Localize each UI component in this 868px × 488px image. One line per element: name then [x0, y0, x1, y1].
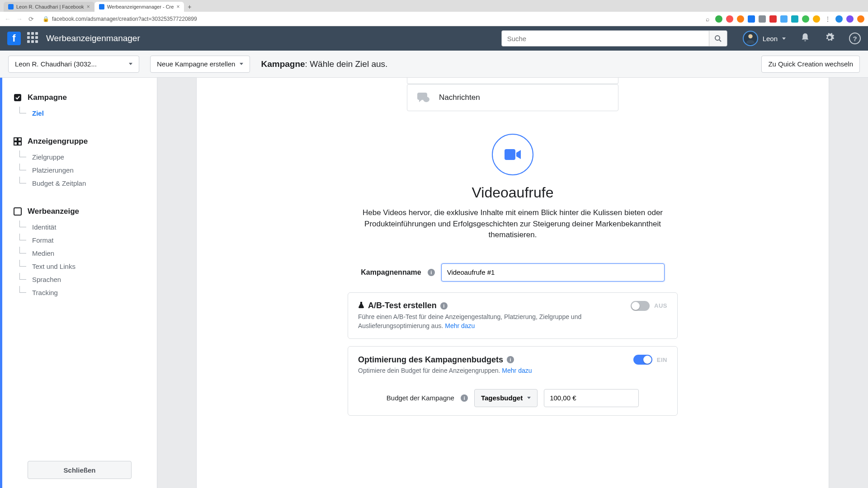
- budget-type-select[interactable]: Tagesbudget: [474, 389, 538, 407]
- extension-icon[interactable]: [813, 15, 820, 23]
- sidebar-section-label: Werbeanzeige: [28, 207, 79, 216]
- create-campaign-dropdown[interactable]: Neue Kampagne erstellen: [150, 56, 250, 73]
- facebook-logo[interactable]: f: [7, 32, 21, 45]
- budget-opt-panel: Optimierung des Kampagnenbudgets i EIN O…: [348, 346, 678, 416]
- content-card: Nachrichten Videoaufrufe Hebe Videos her…: [196, 78, 829, 488]
- create-campaign-label: Neue Kampagne erstellen: [157, 60, 235, 68]
- extension-icon[interactable]: [857, 15, 864, 23]
- extension-icon[interactable]: [791, 15, 798, 23]
- apps-grid-icon[interactable]: [27, 32, 40, 45]
- objective-tile-prev[interactable]: [407, 78, 618, 84]
- new-tab-button[interactable]: +: [184, 2, 195, 12]
- sidebar-item-zielgruppe[interactable]: Zielgruppe: [18, 150, 157, 164]
- sidebar-item-medien[interactable]: Medien: [18, 247, 157, 260]
- adset-icon: [13, 137, 22, 146]
- learn-more-link[interactable]: Mehr dazu: [445, 322, 475, 329]
- help-icon[interactable]: ?: [849, 33, 861, 44]
- lock-icon: 🔒: [42, 16, 49, 22]
- notifications-icon[interactable]: [800, 33, 810, 45]
- quick-creation-button[interactable]: Zu Quick Creation wechseln: [761, 56, 860, 73]
- search-icon[interactable]: ⌕: [703, 15, 712, 23]
- ad-icon: [13, 207, 22, 216]
- abtest-description: Führe einen A/B-Test für deine Anzeigeng…: [358, 313, 584, 330]
- budget-amount-input[interactable]: [544, 389, 639, 407]
- extension-icon[interactable]: [769, 15, 777, 23]
- info-icon[interactable]: i: [461, 394, 468, 402]
- extension-icon[interactable]: [748, 15, 755, 23]
- extension-icon[interactable]: [759, 15, 766, 23]
- browser-tab-inactive[interactable]: Leon R. Chaudhari | Facebook ×: [4, 2, 94, 12]
- hero-title: Videoaufrufe: [260, 184, 765, 201]
- facebook-favicon: [8, 4, 14, 9]
- menu-icon[interactable]: ⋮: [824, 15, 832, 23]
- page-title: Kampagne: Wähle dein Ziel aus.: [261, 59, 387, 69]
- chevron-down-icon: [782, 38, 786, 40]
- learn-more-link[interactable]: Mehr dazu: [502, 367, 532, 374]
- toggle-state-label: EIN: [657, 357, 667, 363]
- sidebar-item-label: Identität: [32, 223, 56, 231]
- campaign-name-input[interactable]: [441, 263, 665, 282]
- user-menu[interactable]: Leon: [743, 31, 786, 46]
- campaign-name-label: Kampagnenname: [361, 268, 421, 277]
- search-box: [501, 30, 727, 47]
- messages-icon: [416, 92, 430, 103]
- tab-title: Werbeanzeigenmanager - Cre: [107, 4, 174, 9]
- close-icon[interactable]: ×: [87, 4, 90, 10]
- svg-rect-3: [14, 94, 21, 101]
- extension-icon[interactable]: [780, 15, 788, 23]
- sub-header: Leon R. Chaudhari (3032... Neue Kampagne…: [0, 51, 868, 78]
- extension-icon[interactable]: [835, 15, 843, 23]
- sidebar-item-label: Text und Links: [32, 263, 75, 270]
- quick-creation-label: Zu Quick Creation wechseln: [768, 60, 853, 68]
- chevron-down-icon: [240, 63, 243, 65]
- info-icon[interactable]: i: [507, 356, 514, 363]
- main-layout: Kampagne Ziel Anzeigengruppe Zielgruppe …: [0, 78, 868, 488]
- fb-top-nav: f Werbeanzeigenmanager Leon ?: [0, 26, 868, 51]
- sidebar-item-budget-zeitplan[interactable]: Budget & Zeitplan: [18, 177, 157, 190]
- close-button[interactable]: Schließen: [28, 461, 132, 479]
- sidebar-head-campaign[interactable]: Kampagne: [13, 93, 157, 102]
- sidebar-item-identitaet[interactable]: Identität: [18, 221, 157, 234]
- browser-tab-active[interactable]: Werbeanzeigenmanager - Cre ×: [94, 2, 184, 12]
- sidebar-item-tracking[interactable]: Tracking: [18, 286, 157, 299]
- extension-icon[interactable]: [737, 15, 744, 23]
- extension-icon[interactable]: [802, 15, 809, 23]
- flask-icon: [358, 301, 364, 310]
- settings-icon[interactable]: [825, 33, 835, 45]
- svg-rect-7: [18, 142, 21, 145]
- chevron-down-icon: [129, 63, 132, 65]
- sidebar-section-campaign: Kampagne Ziel: [2, 87, 157, 131]
- info-icon[interactable]: i: [428, 269, 435, 276]
- svg-rect-5: [18, 138, 21, 141]
- sidebar-item-label: Zielgruppe: [32, 153, 64, 161]
- svg-rect-8: [14, 208, 21, 215]
- sidebar: Kampagne Ziel Anzeigengruppe Zielgruppe …: [0, 78, 157, 488]
- forward-icon[interactable]: →: [15, 15, 24, 23]
- toggle-state-label: AUS: [654, 302, 667, 309]
- extension-icons: ⌕ ⋮: [703, 15, 864, 23]
- sidebar-item-platzierungen[interactable]: Platzierungen: [18, 164, 157, 177]
- abtest-toggle[interactable]: [631, 301, 650, 311]
- address-bar[interactable]: 🔒 facebook.com/adsmanager/creation?act=3…: [39, 14, 201, 24]
- objective-tile-nachrichten[interactable]: Nachrichten: [407, 84, 618, 111]
- account-dropdown[interactable]: Leon R. Chaudhari (3032...: [8, 56, 139, 73]
- hero-section: Videoaufrufe Hebe Videos hervor, die exk…: [260, 116, 765, 250]
- search-input[interactable]: [502, 35, 709, 42]
- abtest-panel: A/B-Test erstellen i AUS Führe einen A/B…: [348, 292, 678, 339]
- extension-icon[interactable]: [715, 15, 722, 23]
- budget-opt-toggle[interactable]: [633, 355, 652, 365]
- sidebar-item-text-links[interactable]: Text und Links: [18, 260, 157, 273]
- sidebar-head-adset[interactable]: Anzeigengruppe: [13, 137, 157, 146]
- budget-opt-description: Optimiere dein Budget für deine Anzeigen…: [358, 366, 584, 375]
- sidebar-item-ziel[interactable]: Ziel: [18, 107, 157, 120]
- sidebar-item-format[interactable]: Format: [18, 234, 157, 247]
- info-icon[interactable]: i: [440, 302, 448, 310]
- avatar-icon[interactable]: [846, 15, 854, 23]
- reload-icon[interactable]: ⟳: [27, 15, 35, 23]
- close-icon[interactable]: ×: [176, 4, 179, 10]
- sidebar-item-sprachen[interactable]: Sprachen: [18, 273, 157, 286]
- search-button[interactable]: [709, 31, 727, 46]
- sidebar-head-ad[interactable]: Werbeanzeige: [13, 207, 157, 216]
- extension-icon[interactable]: [726, 15, 733, 23]
- back-icon[interactable]: ←: [4, 15, 12, 23]
